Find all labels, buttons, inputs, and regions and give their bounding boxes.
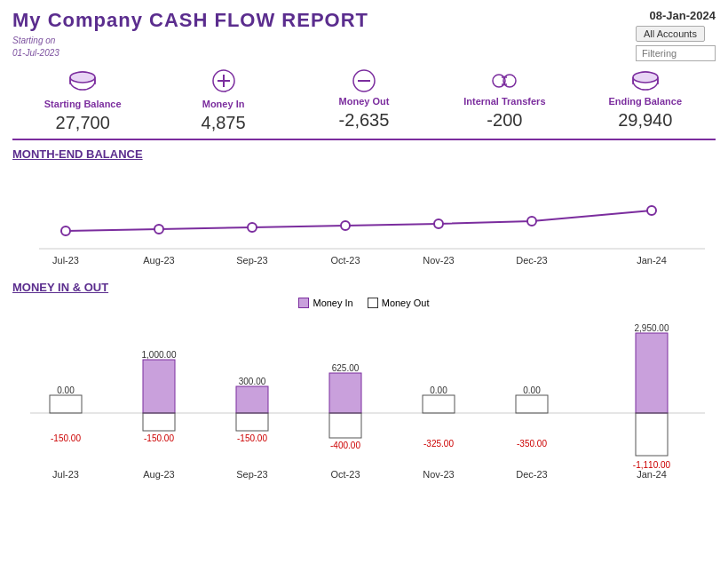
svg-text:300.00: 300.00: [239, 377, 266, 386]
internal-transfers-label: Internal Transfers: [463, 96, 545, 107]
summary-internal-transfers: Internal Transfers -200: [460, 68, 549, 131]
internal-transfers-icon: [490, 68, 518, 96]
svg-text:Oct-23: Oct-23: [330, 255, 360, 266]
internal-transfers-value: -200: [487, 110, 522, 131]
account-filter: All Accounts: [636, 26, 716, 42]
bar-aug-in: [143, 360, 175, 413]
money-in-out-title: MONEY IN & OUT: [0, 274, 728, 298]
line-point-6: [647, 206, 656, 215]
legend-money-in: Money In: [298, 298, 352, 308]
svg-text:Nov-23: Nov-23: [423, 469, 454, 480]
bar-chart-svg: 0.00 -150.00 1,000.00 -150.00 300.00 -15…: [12, 315, 716, 480]
summary-row: Starting Balance 27,700 Money In 4,875 M…: [12, 65, 716, 133]
ending-balance-label: Ending Balance: [608, 96, 682, 107]
svg-text:Jul-23: Jul-23: [52, 255, 79, 266]
svg-text:Dec-23: Dec-23: [516, 255, 547, 266]
line-point-2: [248, 223, 257, 232]
line-point-1: [154, 225, 163, 234]
report-date: 08-Jan-2024: [636, 9, 716, 22]
bar-sep-in: [236, 386, 268, 413]
bar-jul-out: [50, 395, 82, 413]
bar-aug-out: [143, 413, 175, 431]
legend-money-out: Money Out: [368, 298, 430, 308]
svg-text:-150.00: -150.00: [144, 433, 174, 443]
svg-text:625.00: 625.00: [332, 363, 360, 373]
legend-money-in-box: [298, 298, 309, 308]
bar-oct-out: [329, 413, 361, 438]
report-title: My Company CASH FLOW REPORT Starting on …: [12, 9, 368, 59]
legend-money-out-box: [368, 298, 378, 308]
bar-jan-out: [636, 413, 668, 456]
svg-point-12: [633, 72, 658, 83]
money-in-value: 4,875: [202, 113, 246, 133]
line-point-4: [434, 219, 443, 228]
header-right: 08-Jan-2024 All Accounts: [636, 9, 716, 61]
bar-sep-out: [236, 413, 268, 431]
money-in-icon: [211, 68, 236, 99]
chart-legend: Money In Money Out: [0, 298, 728, 308]
money-out-icon: [352, 68, 376, 96]
money-out-label: Money Out: [339, 96, 390, 107]
line-chart-area: Jul-23 Aug-23 Sep-23 Oct-23 Nov-23 Dec-2…: [0, 164, 728, 274]
money-in-label: Money In: [202, 99, 245, 109]
line-point-0: [61, 226, 70, 235]
svg-text:Jan-24: Jan-24: [637, 469, 667, 480]
month-end-title: MONTH-END BALANCE: [0, 140, 728, 164]
all-accounts-button[interactable]: All Accounts: [636, 26, 705, 42]
svg-text:-150.00: -150.00: [51, 433, 81, 443]
summary-section: Starting Balance 27,700 Money In 4,875 M…: [12, 65, 716, 140]
starting-balance-value: 27,700: [56, 113, 110, 133]
legend-money-out-label: Money Out: [382, 298, 430, 308]
svg-text:-150.00: -150.00: [237, 433, 267, 443]
svg-text:Nov-23: Nov-23: [423, 255, 454, 266]
starting-balance-icon: [68, 68, 97, 99]
money-out-value: -2,635: [339, 110, 390, 131]
starting-on-label: Starting on: [12, 36, 55, 45]
summary-starting-balance: Starting Balance 27,700: [38, 68, 127, 133]
bar-oct-in: [329, 373, 361, 413]
line-chart-svg: Jul-23 Aug-23 Sep-23 Oct-23 Nov-23 Dec-2…: [12, 164, 716, 271]
svg-text:Oct-23: Oct-23: [330, 469, 360, 480]
start-date: 01-Jul-2023: [12, 48, 59, 58]
svg-text:-325.00: -325.00: [423, 439, 454, 449]
svg-text:1,000.00: 1,000.00: [142, 350, 177, 360]
title-text: My Company CASH FLOW REPORT: [12, 9, 368, 32]
svg-text:Sep-23: Sep-23: [236, 255, 267, 266]
bar-dec-out: [516, 395, 548, 413]
svg-text:2,950.00: 2,950.00: [635, 323, 669, 333]
svg-text:Jul-23: Jul-23: [52, 469, 79, 480]
bar-jan-in: [636, 333, 668, 413]
ending-balance-icon: [631, 68, 660, 96]
header: My Company CASH FLOW REPORT Starting on …: [0, 0, 728, 65]
summary-ending-balance: Ending Balance 29,940: [601, 68, 690, 131]
legend-money-in-label: Money In: [313, 298, 352, 308]
filter-input[interactable]: [636, 45, 716, 61]
svg-text:Jan-24: Jan-24: [637, 255, 667, 266]
report-container: My Company CASH FLOW REPORT Starting on …: [0, 0, 728, 572]
ending-balance-value: 29,940: [618, 110, 672, 131]
svg-text:Aug-23: Aug-23: [143, 469, 174, 480]
svg-text:0.00: 0.00: [430, 385, 447, 395]
bar-nov-out: [423, 395, 455, 413]
svg-text:Sep-23: Sep-23: [236, 469, 267, 480]
svg-text:-400.00: -400.00: [330, 441, 360, 450]
bar-chart-section: 0.00 -150.00 1,000.00 -150.00 300.00 -15…: [0, 315, 728, 482]
svg-point-1: [70, 72, 95, 83]
svg-text:0.00: 0.00: [57, 385, 75, 395]
starting-balance-label: Starting Balance: [44, 99, 122, 109]
svg-text:Dec-23: Dec-23: [516, 469, 547, 480]
summary-money-out: Money Out -2,635: [320, 68, 408, 131]
svg-text:Aug-23: Aug-23: [143, 255, 174, 266]
svg-text:-350.00: -350.00: [517, 439, 547, 449]
line-point-5: [527, 217, 536, 226]
summary-money-in: Money In 4,875: [179, 68, 268, 133]
line-point-3: [341, 221, 350, 230]
svg-text:0.00: 0.00: [523, 385, 541, 395]
